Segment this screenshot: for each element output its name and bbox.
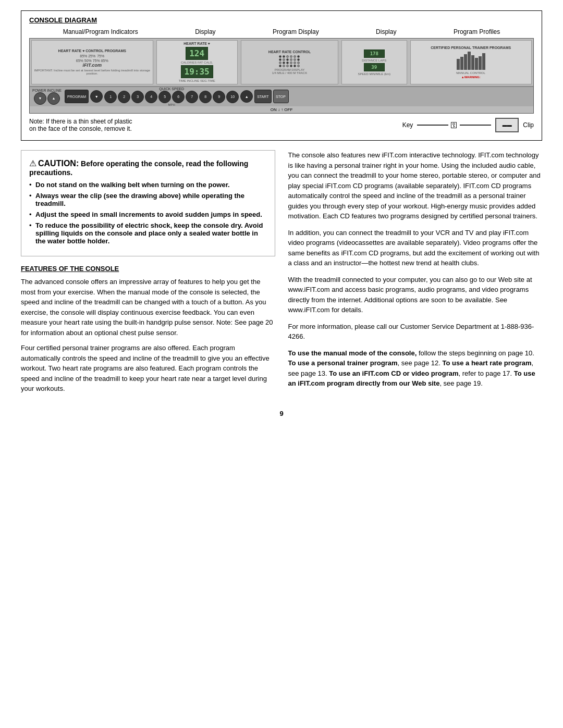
label-manual-program: Manual/Program Indicators: [63, 28, 138, 35]
dot-21: [286, 65, 289, 67]
dot-8: [283, 58, 285, 61]
panel-mid1-top: HEART RATE ♥: [183, 42, 210, 45]
right-para-5-bold-2: To use a personal trainer program: [288, 359, 398, 367]
features-section: FEATURES OF THE CONSOLE The advanced con…: [21, 265, 275, 394]
on-off-label: ON ↓ ↑ OFF: [30, 106, 533, 113]
key-label: Key: [402, 121, 413, 129]
right-para-3: With the treadmill connected to your com…: [288, 275, 543, 315]
console-buttons-row: POWER INCLINE ▼ ▲ PROGRAM ▼ QUICK SPEED …: [30, 87, 533, 106]
features-para-2: Four certified personal trainer programs…: [21, 343, 275, 394]
lcd-display-178: 178: [364, 50, 385, 58]
right-para-5-bold-3: To use a heart rate program: [443, 359, 532, 367]
key-rope2: [460, 125, 491, 126]
down-btn[interactable]: ▼: [90, 90, 103, 103]
caution-item-2: Always wear the clip (see the drawing ab…: [29, 192, 267, 207]
note-line1: Note: If there is a thin sheet of plasti…: [29, 118, 397, 125]
lcd-display-124: 124: [186, 47, 208, 60]
panel-mid3-bottom: SPEED MIN/MILE (km): [358, 72, 390, 76]
dot-2: [283, 55, 285, 58]
dot-6: [297, 55, 300, 58]
caution-word: CAUTION:: [38, 159, 79, 168]
num-btn-10[interactable]: 10: [226, 91, 239, 103]
num-btn-1[interactable]: 1: [104, 91, 117, 103]
dot-11: [293, 58, 296, 61]
num-btn-8[interactable]: 8: [199, 91, 212, 103]
right-para-5-bold-4: To use an iFIT.com CD or video program: [329, 369, 458, 377]
panel-left-label: HEART RATE ♥ CONTROL PROGRAMS: [58, 49, 126, 53]
dot-12: [297, 58, 300, 61]
dot-13: [279, 61, 282, 64]
program-btn[interactable]: PROGRAM: [65, 90, 89, 103]
lcd-display-1935: 19:35: [181, 65, 213, 78]
key-clip-area: Key ⚿ ▬▬ Clip: [402, 118, 534, 132]
stop-btn[interactable]: STOP: [273, 90, 289, 103]
num-btn-9[interactable]: 9: [213, 91, 225, 103]
num-btn-5[interactable]: 5: [158, 91, 171, 103]
page-number: 9: [21, 410, 542, 417]
console-inner: HEART RATE ♥ CONTROL PROGRAMS 85% 25% 75…: [30, 39, 533, 113]
key-line: ⚿: [417, 121, 491, 129]
right-para-2: In addition, you can connect the treadmi…: [288, 228, 543, 268]
dot-20: [283, 65, 285, 67]
start-btn[interactable]: START: [254, 90, 271, 103]
dot-24: [297, 65, 300, 67]
num-btn-2[interactable]: 2: [118, 91, 130, 103]
panel-right-manual: MANUAL CONTROL: [456, 71, 485, 75]
num-btn-4[interactable]: 4: [145, 91, 157, 103]
mph-label: MPH: [168, 103, 175, 106]
note-area: Note: If there is a thin sheet of plasti…: [29, 118, 534, 132]
dot-18: [297, 61, 300, 64]
right-para-5: To use the manual mode of the console, f…: [288, 348, 543, 389]
caution-item-4: To reduce the possibility of electric sh…: [29, 221, 267, 245]
right-column: The console also features new iFIT.com i…: [288, 150, 543, 399]
panel-left-sub: IMPORTANT: Incline must be set at lowest…: [32, 69, 153, 75]
caution-list: Do not stand on the walking belt when tu…: [29, 181, 267, 245]
caution-item-3: Adjust the speed in small increments to …: [29, 211, 267, 218]
dot-7: [279, 58, 282, 61]
right-para-4: For more information, please call our Cu…: [288, 322, 543, 342]
label-display2: Display: [376, 28, 396, 35]
panel-right-top: CERTIFIED PERSONAL TRAINER PROGRAMS: [431, 46, 511, 50]
caution-item-1-bold: Do not stand on the walking belt when tu…: [35, 181, 230, 189]
console-diagram-image: HEART RATE ♥ CONTROL PROGRAMS 85% 25% 75…: [29, 38, 534, 114]
warning-icon: ⚠: [29, 159, 36, 168]
clip-visual: ▬▬: [495, 118, 519, 132]
panel-mid1-sub: CALORIES FAT CALS.: [181, 61, 213, 64]
dot-1: [279, 55, 282, 58]
dot-3: [286, 55, 289, 58]
main-content: ⚠CAUTION: Before operating the console, …: [21, 150, 542, 399]
left-column: ⚠CAUTION: Before operating the console, …: [21, 150, 275, 399]
key-icon: ⚿: [450, 121, 458, 129]
console-top-row: HEART RATE ♥ CONTROL PROGRAMS 85% 25% 75…: [30, 39, 533, 87]
dot-14: [283, 61, 285, 64]
dot-9: [286, 58, 289, 61]
panel-mid3: 178 DISTANCE LAPS 39 SPEED MIN/MILE (km): [341, 40, 407, 84]
dot-10: [290, 58, 292, 61]
num-btn-6[interactable]: 6: [172, 91, 185, 103]
warning-text: ▲WARNING:: [461, 76, 481, 79]
power-incline-label: POWER INCLINE: [32, 89, 62, 92]
panel-right: CERTIFIED PERSONAL TRAINER PROGRAMS MANU…: [410, 40, 532, 84]
quick-speed-label: QUICK SPEED: [159, 87, 184, 91]
note-text: Note: If there is a thin sheet of plasti…: [29, 118, 397, 132]
ifit-logo: iFIT.com: [83, 63, 102, 68]
caution-box: ⚠CAUTION: Before operating the console, …: [21, 150, 275, 256]
power-incline-up-btn[interactable]: ▲: [47, 92, 60, 105]
caution-header: ⚠CAUTION: Before operating the console, …: [29, 158, 267, 177]
dot-4: [290, 55, 292, 58]
num-btn-3[interactable]: 3: [131, 91, 144, 103]
console-diagram-title: CONSOLE DIAGRAM: [29, 16, 534, 24]
caution-item-4-bold: To reduce the possibility of electric sh…: [35, 221, 263, 245]
label-display1: Display: [195, 28, 215, 35]
features-para-1: The advanced console offers an impressiv…: [21, 277, 275, 338]
power-incline-down-btn[interactable]: ▼: [34, 92, 46, 105]
up-btn[interactable]: ▲: [240, 90, 253, 103]
num-btn-7[interactable]: 7: [186, 91, 198, 103]
dot-16: [290, 61, 292, 64]
note-line2: on the face of the console, remove it.: [29, 125, 397, 132]
panel-mid2-bottom: 1/4 MILE / 400 M TRACK: [272, 71, 308, 75]
dot-17: [293, 61, 296, 64]
clip-label: Clip: [523, 121, 534, 129]
console-diagram-section: CONSOLE DIAGRAM Manual/Program Indicator…: [21, 10, 542, 141]
dot-matrix-display: [279, 55, 300, 67]
